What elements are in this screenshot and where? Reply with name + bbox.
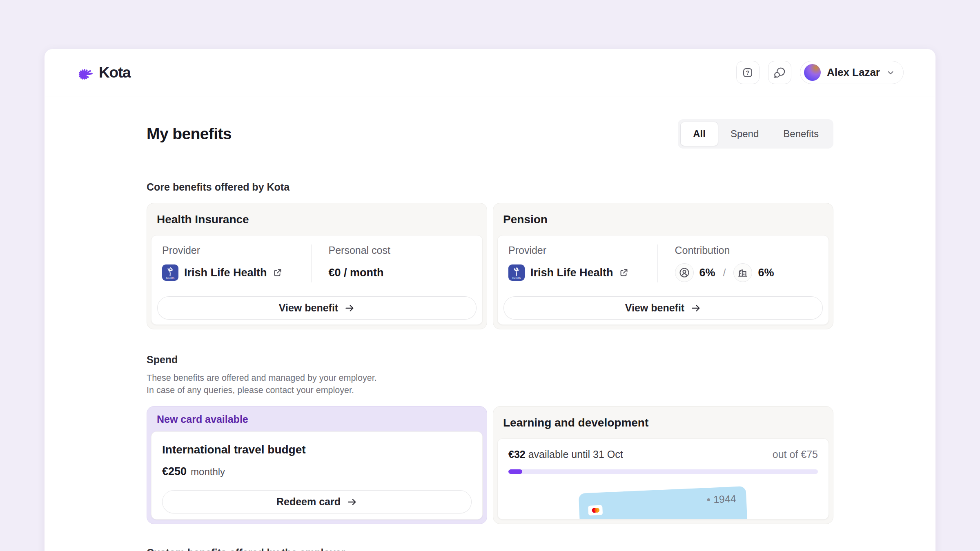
personal-cost-value: €0 / month [329, 267, 384, 279]
view-benefit-button-pension[interactable]: View benefit [503, 296, 823, 320]
personal-cost-column: Personal cost €0 / month [311, 244, 478, 282]
external-link-icon[interactable] [273, 268, 283, 278]
travel-budget-title: International travel budget [162, 443, 472, 456]
provider-name: Irish Life Health [184, 267, 267, 279]
user-menu[interactable]: Alex Lazar [800, 61, 904, 84]
learning-amount-note: available until 31 Oct [528, 449, 623, 460]
arrow-right-icon [344, 303, 355, 313]
building-icon [737, 267, 748, 278]
chat-button[interactable] [768, 61, 791, 84]
virtual-card-preview: 1944 [579, 486, 748, 520]
contribution-column: Contribution 6% / [657, 244, 824, 282]
tab-benefits[interactable]: Benefits [771, 122, 831, 146]
kota-spark-icon [76, 64, 94, 82]
personal-cost-label: Personal cost [329, 244, 472, 256]
spend-cards-row: New card available International travel … [147, 406, 833, 524]
provider-label: Provider [508, 244, 652, 256]
tab-all[interactable]: All [680, 122, 718, 146]
app-window: Kota ? Alex Lazar [45, 49, 935, 551]
irish-life-health-logo: health [162, 264, 178, 281]
learning-progress-track [508, 469, 818, 474]
pension-card: Pension Provider [493, 203, 833, 329]
learning-title: Learning and development [497, 407, 829, 438]
learning-balance-row: €32 available until 31 Oct out of €75 [508, 449, 818, 460]
travel-budget-panel: International travel budget €250 monthly… [151, 431, 483, 520]
learning-amount: €32 [508, 449, 526, 460]
learning-progress-fill [508, 469, 522, 474]
benefit-filter-tabs: All Spend Benefits [678, 119, 833, 149]
employee-contribution-chip [675, 263, 694, 282]
section-spend-description: These benefits are offered and managed b… [147, 372, 833, 396]
avatar [804, 64, 821, 81]
health-insurance-title: Health Insurance [151, 203, 483, 235]
app-header: Kota ? Alex Lazar [45, 49, 935, 96]
help-icon: ? [742, 67, 753, 78]
provider-column: Provider [156, 244, 311, 282]
brand-name: Kota [99, 64, 130, 81]
arrow-right-icon [690, 303, 701, 313]
employer-contribution-chip [733, 263, 752, 282]
svg-text:health: health [512, 276, 521, 280]
mastercard-logo-chip [588, 505, 603, 516]
chevron-down-icon [886, 68, 895, 77]
employer-contribution-value: 6% [758, 267, 774, 279]
page-title: My benefits [147, 125, 232, 143]
provider-label: Provider [162, 244, 305, 256]
masked-dot [707, 498, 710, 501]
pension-title: Pension [497, 203, 829, 235]
travel-budget-cadence: monthly [191, 466, 225, 478]
provider-name: Irish Life Health [530, 267, 613, 279]
contribution-label: Contribution [675, 244, 818, 256]
svg-text:health: health [166, 276, 174, 280]
person-circle-icon [679, 267, 690, 278]
tab-spend[interactable]: Spend [718, 122, 771, 146]
page-content: My benefits All Spend Benefits Core bene… [45, 119, 935, 551]
employee-contribution-value: 6% [699, 267, 715, 279]
section-core-label: Core benefits offered by Kota [147, 181, 833, 193]
new-card-banner: New card available [151, 407, 483, 431]
travel-budget-amount-row: €250 monthly [162, 465, 472, 478]
help-button[interactable]: ? [736, 61, 760, 84]
provider-column: Provider [503, 244, 657, 282]
learning-panel: €32 available until 31 Oct out of €75 [497, 438, 829, 520]
card-masked-number: 1944 [707, 493, 736, 506]
page-head: My benefits All Spend Benefits [147, 119, 833, 149]
chat-icon [773, 67, 786, 79]
redeem-card-button[interactable]: Redeem card [162, 490, 472, 513]
arrow-right-icon [347, 497, 357, 507]
travel-budget-card: New card available International travel … [147, 406, 487, 524]
learning-card: Learning and development €32 available u… [493, 406, 833, 524]
section-custom-label: Custom benefits offered by the employer [147, 547, 833, 551]
user-name: Alex Lazar [827, 66, 880, 79]
mastercard-icon [590, 507, 601, 514]
core-cards-row: Health Insurance Provider [147, 203, 833, 329]
learning-limit-note: out of €75 [773, 449, 818, 460]
travel-budget-amount: €250 [162, 465, 187, 478]
irish-life-health-logo: health [508, 264, 525, 281]
health-insurance-panel: Provider [151, 235, 483, 325]
external-link-icon[interactable] [619, 268, 629, 278]
health-insurance-card: Health Insurance Provider [147, 203, 487, 329]
contribution-separator: / [721, 267, 728, 279]
section-spend-label: Spend [147, 354, 833, 366]
pension-panel: Provider [497, 235, 829, 325]
view-benefit-button-health[interactable]: View benefit [157, 296, 477, 320]
header-actions: ? Alex Lazar [736, 61, 904, 84]
kota-logo: Kota [76, 64, 130, 82]
card-last4-digits: 1944 [713, 493, 736, 506]
svg-text:?: ? [746, 69, 750, 76]
